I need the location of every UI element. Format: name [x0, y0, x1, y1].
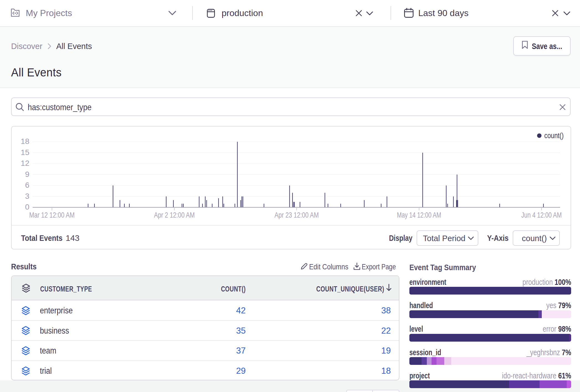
- svg-text:count(): count(): [544, 131, 564, 140]
- svg-text:3: 3: [25, 192, 29, 200]
- svg-text:18: 18: [21, 137, 29, 146]
- svg-text:Apr 2 12:00 AM: Apr 2 12:00 AM: [154, 211, 195, 219]
- svg-text:Jun 4 12:00 AM: Jun 4 12:00 AM: [521, 211, 562, 219]
- svg-text:15: 15: [21, 148, 29, 157]
- svg-text:9: 9: [25, 170, 29, 179]
- svg-text:12: 12: [21, 159, 29, 167]
- svg-text:6: 6: [25, 181, 29, 189]
- svg-text:0: 0: [25, 203, 29, 211]
- svg-text:May 14 12:00 AM: May 14 12:00 AM: [397, 211, 441, 219]
- svg-text:Mar 12 12:00 AM: Mar 12 12:00 AM: [29, 211, 75, 219]
- svg-text:Apr 23 12:00 AM: Apr 23 12:00 AM: [274, 211, 319, 219]
